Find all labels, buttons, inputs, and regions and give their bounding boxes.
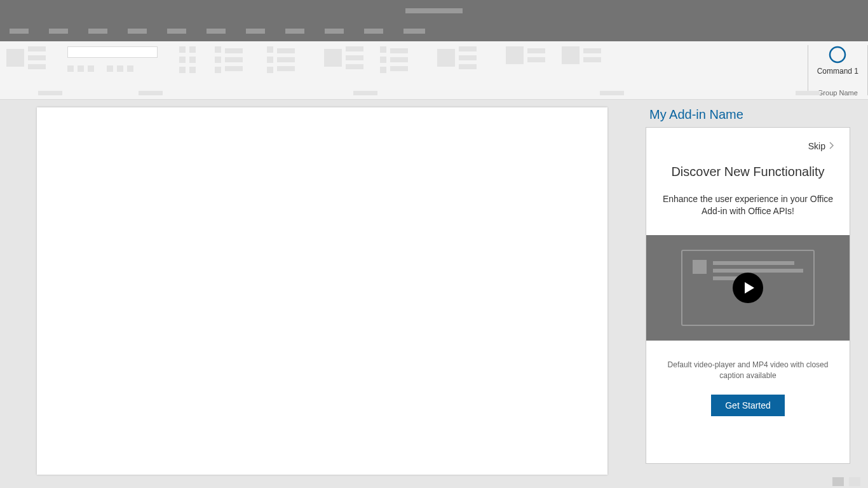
- get-started-button[interactable]: Get Started: [711, 395, 785, 416]
- title-bar: [0, 0, 868, 21]
- tab-placeholder[interactable]: [167, 29, 186, 34]
- document-area: [0, 100, 646, 475]
- main-area: My Add-in Name Skip Discover New Functio…: [0, 100, 868, 475]
- view-button-2[interactable]: [849, 477, 860, 486]
- taskpane-container: My Add-in Name Skip Discover New Functio…: [646, 100, 868, 475]
- svg-point-0: [830, 47, 845, 62]
- taskpane-paragraph: Enhance the user experience in your Offi…: [661, 193, 834, 217]
- ribbon: Command 1 Group Name: [0, 41, 868, 100]
- tab-placeholder[interactable]: [246, 29, 265, 34]
- command-1-button[interactable]: Command 1: [817, 45, 858, 76]
- ribbon-group-label: Group Name: [818, 89, 858, 97]
- tab-placeholder[interactable]: [325, 29, 344, 34]
- video-section: [646, 235, 850, 341]
- ribbon-input[interactable]: [67, 46, 158, 58]
- document-page[interactable]: [37, 107, 607, 475]
- tab-placeholder[interactable]: [403, 29, 425, 34]
- view-button-1[interactable]: [832, 477, 844, 486]
- title-placeholder: [405, 8, 463, 13]
- play-icon: [742, 282, 754, 294]
- taskpane: Skip Discover New Functionality Enhance …: [646, 127, 850, 464]
- skip-button[interactable]: Skip: [661, 140, 834, 152]
- video-caption: Default video-player and MP4 video with …: [661, 360, 834, 381]
- ribbon-tabs: [0, 21, 868, 41]
- command-1-label: Command 1: [817, 67, 858, 76]
- tab-placeholder[interactable]: [128, 29, 147, 34]
- taskpane-title: My Add-in Name: [649, 107, 859, 122]
- status-bar: [0, 475, 868, 488]
- taskpane-footer: Default video-player and MP4 video with …: [646, 341, 850, 463]
- play-button[interactable]: [733, 273, 763, 303]
- taskpane-header: Skip Discover New Functionality Enhance …: [646, 128, 850, 235]
- tab-placeholder[interactable]: [364, 29, 383, 34]
- taskpane-heading: Discover New Functionality: [661, 165, 834, 179]
- ribbon-left-groups: [0, 41, 808, 99]
- tab-placeholder[interactable]: [10, 29, 29, 34]
- chevron-right-icon: [829, 140, 834, 152]
- tab-placeholder[interactable]: [88, 29, 107, 34]
- skip-label: Skip: [808, 141, 825, 151]
- tab-placeholder[interactable]: [285, 29, 304, 34]
- tab-placeholder[interactable]: [207, 29, 226, 34]
- command-1-icon: [828, 45, 847, 64]
- tab-placeholder[interactable]: [49, 29, 68, 34]
